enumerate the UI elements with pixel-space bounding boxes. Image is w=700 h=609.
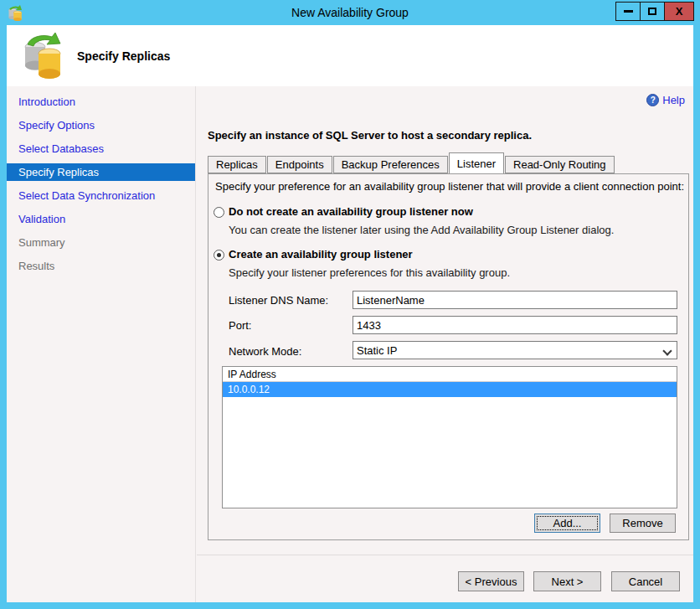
cancel-button[interactable]: Cancel <box>611 571 680 591</box>
port-label: Port: <box>229 319 251 332</box>
wizard-body: Introduction Specify Options Select Data… <box>7 86 693 602</box>
sidebar-item-select-data-synchronization[interactable]: Select Data Synchronization <box>7 187 195 204</box>
network-mode-select[interactable]: Static IP <box>353 341 677 359</box>
option-do-not-create-description: You can create the listener later using … <box>229 224 614 236</box>
maximize-icon <box>648 8 656 15</box>
replicas-icon <box>23 30 64 82</box>
listener-dns-name-input[interactable] <box>353 291 677 309</box>
radio-create-listener[interactable] <box>214 250 224 261</box>
ip-address-column-header: IP Address <box>223 367 677 382</box>
network-mode-value: Static IP <box>357 344 397 357</box>
ip-address-list: IP Address 10.0.0.12 <box>222 366 677 508</box>
minimize-button[interactable] <box>616 3 641 20</box>
network-mode-label: Network Mode: <box>229 345 301 358</box>
help-icon: ? <box>646 94 659 106</box>
tab-read-only-routing[interactable]: Read-Only Routing <box>505 156 615 173</box>
maximize-button[interactable] <box>641 3 665 20</box>
sidebar-item-specify-options[interactable]: Specify Options <box>7 116 195 134</box>
sidebar-item-validation[interactable]: Validation <box>7 210 195 228</box>
remove-button[interactable]: Remove <box>610 514 676 533</box>
tab-backup-preferences[interactable]: Backup Preferences <box>333 156 448 173</box>
tab-replicas[interactable]: Replicas <box>208 156 266 173</box>
port-input[interactable] <box>353 316 677 334</box>
add-button[interactable]: Add... <box>534 514 600 533</box>
listener-dns-name-label: Listener DNS Name: <box>229 294 328 307</box>
minimize-icon <box>624 10 633 13</box>
sidebar-item-select-databases[interactable]: Select Databases <box>7 140 195 157</box>
next-button[interactable]: Next > <box>533 571 601 591</box>
tab-endpoints[interactable]: Endpoints <box>267 156 332 173</box>
main-panel: ? Help Specify an instance of SQL Server… <box>197 86 693 602</box>
listener-tab-panel: Specify your preference for an availabil… <box>208 173 689 540</box>
wizard-steps-sidebar: Introduction Specify Options Select Data… <box>7 86 196 602</box>
close-icon: X <box>676 5 683 18</box>
sidebar-item-results: Results <box>7 257 195 275</box>
new-availability-group-window: New Availability Group X Specify Replica… <box>0 0 700 609</box>
help-label: Help <box>662 94 685 106</box>
sidebar-item-introduction[interactable]: Introduction <box>7 93 195 111</box>
replica-tabs: Replicas Endpoints Backup Preferences Li… <box>208 153 615 173</box>
tab-listener[interactable]: Listener <box>449 152 504 173</box>
option-do-not-create-label[interactable]: Do not create an availability group list… <box>229 205 473 218</box>
page-title: Specify Replicas <box>77 25 170 86</box>
wizard-header: Specify Replicas <box>7 25 693 86</box>
sidebar-item-specify-replicas[interactable]: Specify Replicas <box>7 163 195 181</box>
footer-divider <box>197 555 693 555</box>
radio-do-not-create-listener[interactable] <box>214 207 224 218</box>
sidebar-item-summary: Summary <box>7 234 195 251</box>
option-create-label[interactable]: Create an availability group listener <box>229 248 413 261</box>
window-title: New Availability Group <box>0 0 700 25</box>
help-link[interactable]: ? Help <box>646 94 685 106</box>
ip-address-row[interactable]: 10.0.0.12 <box>223 382 677 397</box>
instruction-text: Specify an instance of SQL Server to hos… <box>208 129 532 142</box>
window-controls: X <box>615 2 694 21</box>
option-create-description: Specify your listener preferences for th… <box>229 266 510 279</box>
previous-button[interactable]: < Previous <box>458 571 524 591</box>
chevron-down-icon <box>664 348 671 354</box>
close-button[interactable]: X <box>665 3 693 20</box>
listener-intro-text: Specify your preference for an availabil… <box>215 180 684 193</box>
title-bar: New Availability Group X <box>0 0 700 25</box>
